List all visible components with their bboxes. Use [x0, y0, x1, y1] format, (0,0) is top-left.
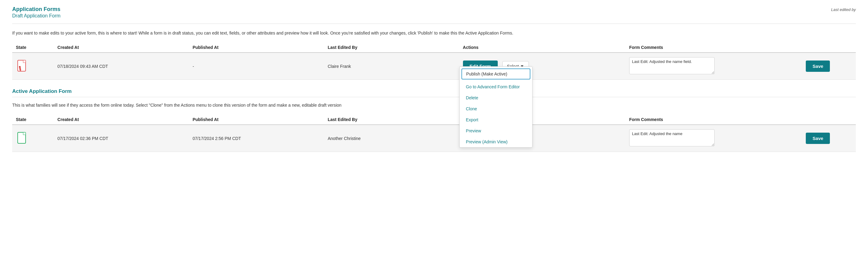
active-save-button[interactable]: Save [806, 133, 830, 144]
col-header-save [802, 43, 856, 53]
col-header-created: Created At [54, 43, 189, 53]
menu-item-preview-admin[interactable]: Preview (Admin View) [460, 136, 532, 147]
active-section-divider [12, 97, 856, 97]
col-header-actions: Actions [459, 43, 625, 53]
save-cell: Save [802, 53, 856, 80]
last-edited-by-cell: Claire Frank [324, 53, 459, 80]
comments-cell [625, 53, 802, 80]
active-section-heading: Active Application Form [12, 88, 856, 94]
active-col-header-edited: Last Edited By [324, 115, 459, 125]
top-divider [12, 24, 856, 24]
col-header-comments: Form Comments [625, 43, 802, 53]
active-last-edited-by-cell: Another Christine [324, 125, 459, 152]
svg-rect-8 [23, 132, 26, 135]
top-bar: Application Forms Draft Application Form… [12, 6, 856, 19]
draft-file-icon [17, 60, 28, 73]
state-icon [16, 59, 29, 74]
col-header-published: Published At [189, 43, 324, 53]
table-row: 07/18/2024 09:43 AM CDT - Claire Frank E… [12, 53, 856, 80]
page-title: Application Forms [12, 6, 60, 12]
active-comment-textarea[interactable] [629, 129, 715, 146]
comment-textarea[interactable] [629, 57, 715, 74]
active-state-icon [16, 131, 29, 146]
created-at-cell: 07/18/2024 09:43 AM CDT [54, 53, 189, 80]
published-at-cell: - [189, 53, 324, 80]
actions-cell: Edit Form Select ▼ Publish (Make Active)… [459, 53, 625, 80]
active-state-cell [12, 125, 54, 152]
draft-table: State Created At Published At Last Edite… [12, 43, 856, 80]
active-col-header-created: Created At [54, 115, 189, 125]
menu-item-delete[interactable]: Delete [460, 92, 532, 103]
col-header-edited: Last Edited By [324, 43, 459, 53]
menu-item-clone[interactable]: Clone [460, 103, 532, 114]
active-col-header-comments: Form Comments [625, 115, 802, 125]
active-description: This is what families will see if they a… [12, 102, 856, 108]
active-comments-cell [625, 125, 802, 152]
menu-item-export[interactable]: Export [460, 114, 532, 125]
active-file-icon [17, 132, 28, 145]
active-col-header-save [802, 115, 856, 125]
svg-rect-2 [23, 60, 26, 63]
menu-item-advanced-editor[interactable]: Go to Advanced Form Editor [460, 81, 532, 92]
menu-item-publish[interactable]: Publish (Make Active) [461, 69, 530, 79]
save-button[interactable]: Save [806, 60, 830, 72]
draft-description: If you want to make edits to your active… [12, 30, 856, 36]
state-cell [12, 53, 54, 80]
active-created-at-cell: 07/17/2024 02:36 PM CDT [54, 125, 189, 152]
dropdown-menu: Publish (Make Active) Go to Advanced For… [459, 66, 532, 147]
active-published-at-cell: 07/17/2024 2:56 PM CDT [189, 125, 324, 152]
active-save-cell: Save [802, 125, 856, 152]
active-table: State Created At Published At Last Edite… [12, 115, 856, 152]
page-subtitle: Draft Application Form [12, 13, 60, 19]
active-col-header-published: Published At [189, 115, 324, 125]
active-table-row: 07/17/2024 02:36 PM CDT 07/17/2024 2:56 … [12, 125, 856, 152]
breadcrumb-area: Application Forms Draft Application Form [12, 6, 60, 19]
col-header-state: State [12, 43, 54, 53]
menu-item-preview[interactable]: Preview [460, 125, 532, 136]
page-container: Application Forms Draft Application Form… [0, 0, 868, 272]
last-edited-label: Last edited by [831, 6, 856, 12]
active-col-header-state: State [12, 115, 54, 125]
